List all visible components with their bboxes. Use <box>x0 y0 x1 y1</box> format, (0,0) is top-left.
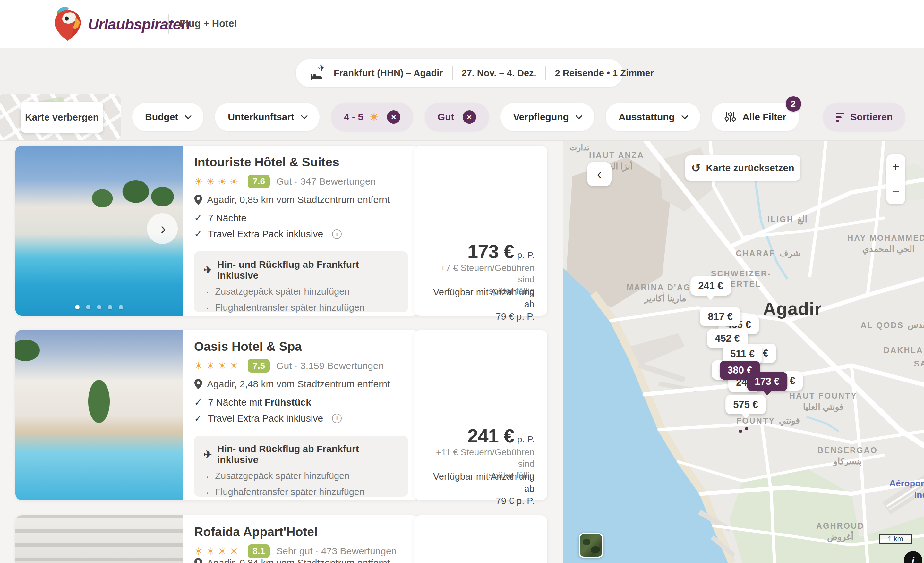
map-city-label: Agadir <box>763 298 822 319</box>
filter-budget[interactable]: Budget <box>132 103 203 132</box>
app: Urlaubspiraten Flug + Hotel ✈ Frankfurt … <box>0 0 924 563</box>
hotel-info: Rofaida Appart'Hotel ☀☀☀☀ 8.1 Sehr gut ·… <box>194 515 418 563</box>
satellite-layer-toggle[interactable] <box>579 533 603 558</box>
search-travelers[interactable]: 2 Reisende • 1 Zimmer <box>555 68 654 79</box>
filter-amenities[interactable]: Ausstattung <box>606 103 700 132</box>
map-dot-marker[interactable] <box>745 427 748 430</box>
map-place-label: AL QODSالقدس <box>861 320 924 330</box>
zoom-in-button[interactable]: + <box>886 154 905 179</box>
filter-accommodation-type[interactable]: Unterkunftsart <box>215 103 320 132</box>
filter-chip-rating[interactable]: Gut × <box>425 103 489 132</box>
hide-map-button[interactable]: Karte verbergen <box>21 102 103 133</box>
map-price-marker[interactable]: 241 € <box>690 276 731 296</box>
hotel-name: Rofaida Appart'Hotel <box>194 525 318 539</box>
check-icon: ✓ <box>194 228 202 240</box>
reset-icon: ↺ <box>691 161 701 175</box>
hotel-feature: ✓ 7 Nächte mit Frühstück <box>194 397 311 408</box>
map-place-label: HAY MOHAMMEDIالحي المحمدي <box>848 234 924 254</box>
deposit-note: Verfügbar mit Anzahlung ab79 € p. P. <box>425 286 534 322</box>
sort-button[interactable]: Sortieren <box>823 103 906 132</box>
deposit-note: Verfügbar mit Anzahlung ab79 € p. P. <box>425 470 534 507</box>
info-icon[interactable]: i <box>332 229 342 239</box>
photo-next-arrow[interactable]: › <box>147 213 178 244</box>
location-pin-icon <box>194 194 202 205</box>
hotel-name: Oasis Hotel & Spa <box>194 340 302 353</box>
map-price-marker-selected[interactable]: 173 € <box>747 372 788 391</box>
location-pin-icon <box>194 379 202 389</box>
topbar: ✈ Frankfurt (HHN) – Agadir 27. Nov. – 4.… <box>0 48 924 141</box>
hotel-location: Agadir, 2,48 km vom Stadtzentrum entfern… <box>194 379 390 389</box>
hotel-info: Intouriste Hôtel & Suites ☀☀☀☀ 7.6 Gut ·… <box>194 145 418 316</box>
filter-sort-divider <box>811 105 812 129</box>
hotel-feature: ✓ Travel Extra Pack inklusive i <box>194 228 342 240</box>
zoom-control: + − <box>886 154 905 204</box>
star-rating-icons: ☀☀☀☀ <box>194 176 241 187</box>
map-place-label: AGHROUDأغروض <box>816 521 864 542</box>
rating-score-badge: 7.6 <box>248 175 270 188</box>
hotel-feature: ✓ 7 Nächte <box>194 212 246 223</box>
filter-board[interactable]: Verpflegung <box>501 103 594 132</box>
hotel-card[interactable]: Oasis Hotel & Spa ☀☀☀☀ 7.5 Gut · 3.159 B… <box>15 330 419 500</box>
map-scale-bar: 1 km <box>879 534 912 544</box>
header-divider <box>168 14 169 34</box>
hotel-card[interactable]: › Intouriste Hôtel & Suites ☀☀☀☀ 7.6 Gut… <box>15 145 419 316</box>
hotel-photo[interactable] <box>15 330 183 500</box>
star-rating-icons: ☀☀☀☀ <box>194 360 241 372</box>
map-place-label: SAL <box>914 359 924 368</box>
reset-map-button[interactable]: ↺ Karte zurücksetzen <box>685 156 800 181</box>
check-icon: ✓ <box>194 413 202 424</box>
flight-included-box: ✈ Hin- und Rückflug ab Frankfurt inklusi… <box>194 436 408 497</box>
flight-included-box: ✈ Hin- und Rückflug ab Frankfurt inklusi… <box>194 252 408 312</box>
logo[interactable]: Urlaubspiraten <box>53 6 190 42</box>
hotel-photo[interactable] <box>15 515 183 563</box>
active-filters-badge: 2 <box>786 96 801 112</box>
section-title: Flug + Hotel <box>180 18 237 30</box>
all-filters-button[interactable]: Alle Filter 2 <box>712 103 799 132</box>
hotel-location: Agadir, 0,85 km vom Stadtzentrum entfern… <box>194 194 390 205</box>
search-route[interactable]: Frankfurt (HHN) – Agadir <box>334 68 443 79</box>
hotel-rating-row: ☀☀☀☀ 8.1 Sehr gut · 473 Bewertungen <box>194 544 396 559</box>
map-place-label: HAUT FOUNTYفونتي العليا <box>789 391 857 412</box>
search-summary-bar[interactable]: ✈ Frankfurt (HHN) – Agadir 27. Nov. – 4.… <box>296 59 623 87</box>
sliders-icon <box>724 112 736 123</box>
hotel-price-card[interactable]: 241 € p. P. +11 € Steuern/Gebühren sinds… <box>414 330 548 500</box>
map-place-label: CHARAFشرف <box>736 248 800 258</box>
photo-carousel-dots[interactable] <box>15 305 183 309</box>
hotel-rating-row: ☀☀☀☀ 7.5 Gut · 3.159 Bewertungen <box>194 358 384 373</box>
zoom-out-button[interactable]: − <box>886 179 905 204</box>
remove-rating-filter-icon[interactable]: × <box>463 110 476 124</box>
hotel-photo-image <box>15 515 183 563</box>
map-panel[interactable]: تدارت HAUT ANZAأنزا العليا ILIGHالغ CHAR… <box>563 141 924 563</box>
hotel-location: Agadir, 0,84 km vom Stadtzentrum entfern… <box>194 557 390 563</box>
price-row: 241 € p. P. <box>468 425 534 447</box>
search-dates[interactable]: 27. Nov. – 4. Dez. <box>462 68 536 79</box>
sun-icon: ☀ <box>370 111 379 123</box>
rating-label: Gut · 347 Bewertungen <box>276 176 376 187</box>
location-pin-icon <box>194 557 202 563</box>
hotel-photo-image <box>15 330 183 500</box>
map-price-marker[interactable]: 817 € <box>700 307 741 326</box>
chevron-down-icon <box>185 112 192 119</box>
price-suffix: p. P. <box>517 250 534 261</box>
plane-icon: ✈ <box>204 264 212 276</box>
hotel-feature: ✓ Travel Extra Pack inklusive i <box>194 413 342 424</box>
search-divider <box>545 66 546 80</box>
hotel-photo[interactable]: › <box>15 145 183 316</box>
rating-label: Gut · 3.159 Bewertungen <box>276 360 384 371</box>
remove-stars-filter-icon[interactable]: × <box>387 110 400 124</box>
map-dot-marker[interactable] <box>739 430 742 433</box>
map-place-label: تدارت <box>570 143 590 152</box>
info-icon[interactable]: i <box>332 413 342 423</box>
collapse-map-button[interactable]: ‹ <box>587 162 612 186</box>
map-price-marker[interactable]: 575 € <box>725 395 766 414</box>
map-airport-label: AéroportIne <box>890 478 924 500</box>
price-amount: 241 € <box>468 425 514 447</box>
check-icon: ✓ <box>194 212 202 223</box>
hotel-price-card[interactable] <box>414 515 548 563</box>
hotel-price-card[interactable]: 173 € p. P. +7 € Steuern/Gebühren sindsp… <box>414 145 548 316</box>
hotel-card[interactable]: Rofaida Appart'Hotel ☀☀☀☀ 8.1 Sehr gut ·… <box>15 515 419 563</box>
filter-chip-stars[interactable]: 4 - 5 ☀ × <box>331 103 413 132</box>
hotel-rating-row: ☀☀☀☀ 7.6 Gut · 347 Bewertungen <box>194 174 376 189</box>
plane-icon: ✈ <box>204 449 212 460</box>
flight-hotel-icon: ✈ <box>310 65 325 81</box>
